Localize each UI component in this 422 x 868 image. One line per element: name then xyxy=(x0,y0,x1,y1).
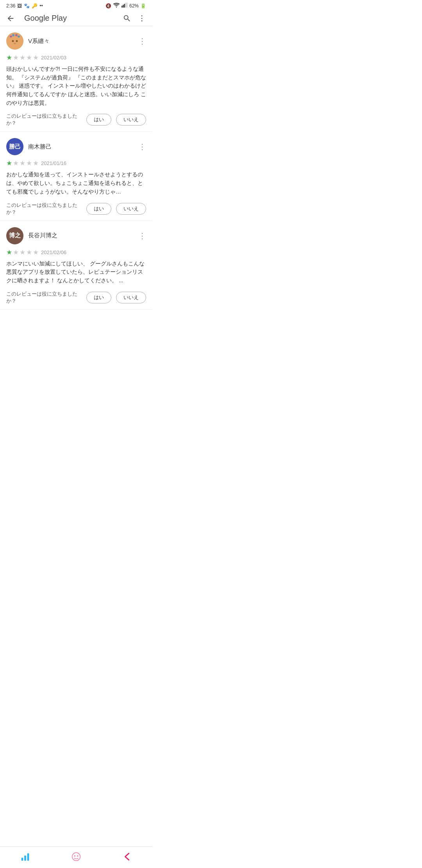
star-filled: ★ xyxy=(6,159,12,167)
time-display: 2:36 xyxy=(6,3,15,9)
svg-point-7 xyxy=(141,18,143,19)
status-right: 🔇 62% 🔋 xyxy=(106,2,146,9)
review-header: V系纏々 ⋮ xyxy=(6,32,146,50)
reviews-list: V系纏々 ⋮ ★★★★★ 2021/02/03 頭おかしいんですか?! 一日に何… xyxy=(0,26,152,310)
signal-icon xyxy=(122,2,128,9)
svg-rect-3 xyxy=(124,4,125,8)
helpful-no-button[interactable]: いいえ xyxy=(116,114,146,126)
app-bar-actions xyxy=(123,14,146,23)
star-empty: ★ xyxy=(13,54,19,62)
svg-point-12 xyxy=(14,43,16,44)
wifi-icon xyxy=(113,2,120,9)
star-rating: ★★★★★ xyxy=(6,159,39,167)
svg-rect-4 xyxy=(125,3,126,7)
status-bar: 2:36 🖼 🐾 🔑 •• 🔇 62% 🔋 xyxy=(0,0,152,11)
page-title: Google Play xyxy=(24,14,123,23)
star-empty: ★ xyxy=(26,248,32,256)
star-empty: ★ xyxy=(26,159,32,167)
reviews-container: V系纏々 ⋮ ★★★★★ 2021/02/03 頭おかしいんですか?! 一日に何… xyxy=(0,26,152,337)
helpful-question: このレビューは役に立ちましたか？ xyxy=(6,202,82,216)
avatar: 勝己 xyxy=(6,138,23,155)
battery-display: 62% xyxy=(129,3,139,9)
search-button[interactable] xyxy=(123,14,131,23)
svg-point-0 xyxy=(116,7,117,7)
more-options-button[interactable] xyxy=(138,14,146,23)
svg-rect-1 xyxy=(122,6,122,8)
review-text: おかしな通知を送って、インストールさせようとするのは、やめて欲しい。ちょこちょこ… xyxy=(6,170,146,196)
star-empty: ★ xyxy=(13,248,19,256)
helpful-question: このレビューは役に立ちましたか？ xyxy=(6,291,82,305)
helpful-row: このレビューは役に立ちましたか？ はい いいえ xyxy=(6,202,146,216)
review-more-button[interactable]: ⋮ xyxy=(138,231,146,240)
review-card: 勝己 南木勝己 ⋮ ★★★★★ 2021/01/16 おかしな通知を送って、イン… xyxy=(0,132,152,221)
helpful-row: このレビューは役に立ちましたか？ はい いいえ xyxy=(6,291,146,305)
rating-row: ★★★★★ 2021/02/06 xyxy=(6,248,146,256)
star-empty: ★ xyxy=(13,159,19,167)
key-icon: 🔑 xyxy=(32,3,38,9)
star-empty: ★ xyxy=(20,54,25,62)
review-more-button[interactable]: ⋮ xyxy=(138,36,146,46)
battery-icon: 🔋 xyxy=(140,3,146,9)
rating-row: ★★★★★ 2021/01/16 xyxy=(6,159,146,167)
svg-point-11 xyxy=(16,40,18,42)
review-date: 2021/02/03 xyxy=(41,55,66,61)
star-empty: ★ xyxy=(33,248,39,256)
review-text: ホンマにいい加減にしてほしい、 グーグルさんもこんな悪質なアプリを放置していたら… xyxy=(6,260,146,285)
star-empty: ★ xyxy=(26,54,32,62)
svg-point-6 xyxy=(141,15,143,16)
star-filled: ★ xyxy=(6,248,12,256)
star-empty: ★ xyxy=(20,159,25,167)
rating-row: ★★★★★ 2021/02/03 xyxy=(6,54,146,62)
svg-point-9 xyxy=(9,36,21,48)
svg-point-10 xyxy=(12,40,14,42)
star-empty: ★ xyxy=(33,159,39,167)
star-empty: ★ xyxy=(33,54,39,62)
star-rating: ★★★★★ xyxy=(6,54,39,62)
review-text: 頭おかしいんですか?! 一日に何件も不安になるような通知。 『システムが過負荷』… xyxy=(6,65,146,107)
dots-icon: •• xyxy=(39,3,43,9)
star-filled: ★ xyxy=(6,54,12,62)
review-card: 博之 長谷川博之 ⋮ ★★★★★ 2021/02/06 ホンマにいい加減にしてほ… xyxy=(0,221,152,310)
svg-point-8 xyxy=(141,20,143,22)
review-header: 勝己 南木勝己 ⋮ xyxy=(6,138,146,155)
paw-icon: 🐾 xyxy=(24,3,30,9)
review-date: 2021/01/16 xyxy=(41,160,66,166)
helpful-yes-button[interactable]: はい xyxy=(86,114,111,126)
reviewer-name: 南木勝己 xyxy=(28,143,138,151)
review-card: V系纏々 ⋮ ★★★★★ 2021/02/03 頭おかしいんですか?! 一日に何… xyxy=(0,26,152,132)
review-more-button[interactable]: ⋮ xyxy=(138,142,146,151)
mute-icon: 🔇 xyxy=(106,3,111,9)
app-bar: Google Play xyxy=(0,11,152,26)
back-button[interactable] xyxy=(6,14,15,23)
helpful-question: このレビューは役に立ちましたか？ xyxy=(6,113,82,127)
helpful-yes-button[interactable]: はい xyxy=(86,203,111,215)
review-header: 博之 長谷川博之 ⋮ xyxy=(6,227,146,244)
reviewer-name: V系纏々 xyxy=(28,38,138,45)
photo-icon: 🖼 xyxy=(17,3,22,9)
helpful-no-button[interactable]: いいえ xyxy=(116,292,146,303)
svg-rect-2 xyxy=(123,5,123,7)
helpful-no-button[interactable]: いいえ xyxy=(116,203,146,215)
avatar xyxy=(6,32,23,50)
avatar: 博之 xyxy=(6,227,23,244)
helpful-row: このレビューは役に立ちましたか？ はい いいえ xyxy=(6,113,146,127)
status-left: 2:36 🖼 🐾 🔑 •• xyxy=(6,3,43,9)
review-date: 2021/02/06 xyxy=(41,249,66,255)
helpful-yes-button[interactable]: はい xyxy=(86,292,111,303)
star-empty: ★ xyxy=(20,248,25,256)
reviewer-name: 長谷川博之 xyxy=(28,232,138,239)
svg-rect-5 xyxy=(127,3,127,8)
star-rating: ★★★★★ xyxy=(6,248,39,256)
